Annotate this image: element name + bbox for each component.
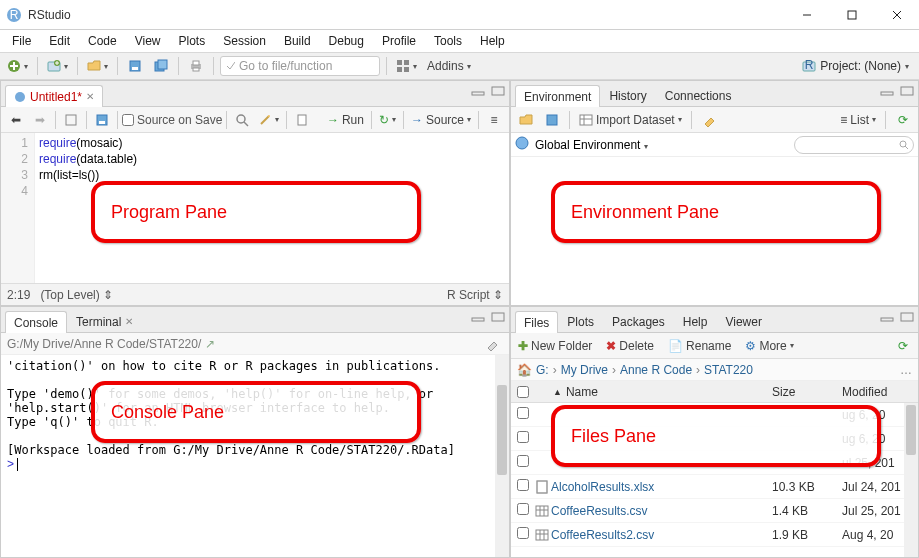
file-checkbox[interactable] — [517, 527, 529, 539]
tab-packages[interactable]: Packages — [603, 310, 674, 332]
select-all-checkbox[interactable] — [517, 386, 529, 398]
breadcrumb-seg[interactable]: STAT220 — [704, 363, 753, 377]
file-icon — [533, 528, 551, 542]
console-scrollbar[interactable] — [495, 355, 509, 557]
file-checkbox[interactable] — [517, 479, 529, 491]
tab-files[interactable]: Files — [515, 311, 558, 333]
file-checkbox[interactable] — [517, 455, 529, 467]
source-on-save-checkbox[interactable]: Source on Save — [122, 113, 222, 127]
source-tab-untitled1[interactable]: Untitled1* ✕ — [5, 85, 103, 107]
pane-minimize-icon[interactable] — [471, 311, 485, 325]
language-indicator[interactable]: R Script — [447, 288, 490, 302]
back-icon[interactable]: ⬅ — [5, 109, 27, 131]
addins-button[interactable]: Addins ▾ — [424, 55, 474, 77]
grid-button[interactable]: ▾ — [393, 55, 420, 77]
env-scope-select[interactable]: Global Environment ▾ — [535, 138, 648, 152]
pane-minimize-icon[interactable] — [880, 85, 894, 99]
minimize-button[interactable] — [784, 0, 829, 30]
rerun-icon[interactable]: ↻▾ — [376, 109, 399, 131]
menu-code[interactable]: Code — [80, 32, 125, 50]
file-name[interactable]: AlcoholResults.xlsx — [551, 480, 772, 494]
new-folder-button[interactable]: ✚New Folder — [515, 335, 595, 357]
save-all-button[interactable] — [150, 55, 172, 77]
breadcrumb-seg[interactable]: G: — [536, 363, 549, 377]
show-in-new-window-icon[interactable] — [60, 109, 82, 131]
maximize-button[interactable] — [829, 0, 874, 30]
save-icon[interactable] — [91, 109, 113, 131]
menu-session[interactable]: Session — [215, 32, 274, 50]
import-dataset-button[interactable]: Import Dataset ▾ — [576, 109, 685, 131]
pane-maximize-icon[interactable] — [900, 311, 914, 325]
breadcrumb-seg[interactable]: My Drive — [561, 363, 608, 377]
files-scrollbar[interactable] — [904, 403, 918, 557]
save-workspace-icon[interactable] — [541, 109, 563, 131]
menu-view[interactable]: View — [127, 32, 169, 50]
breadcrumb-more-icon[interactable]: … — [900, 363, 912, 377]
clear-workspace-icon[interactable] — [698, 109, 720, 131]
rename-button[interactable]: 📄Rename — [665, 335, 734, 357]
menu-tools[interactable]: Tools — [426, 32, 470, 50]
tab-help[interactable]: Help — [674, 310, 717, 332]
compile-report-icon[interactable] — [291, 109, 313, 131]
home-icon[interactable]: 🏠 — [517, 363, 532, 377]
close-button[interactable] — [874, 0, 919, 30]
console-pane: Console Terminal✕ G:/My Drive/Anne R Cod… — [0, 306, 510, 558]
tab-history[interactable]: History — [600, 84, 655, 106]
run-button[interactable]: →Run — [324, 109, 367, 131]
more-button[interactable]: ⚙More ▾ — [742, 335, 796, 357]
goto-file-input[interactable]: Go to file/function — [220, 56, 380, 76]
col-name[interactable]: ▲Name — [529, 385, 772, 399]
delete-button[interactable]: ✖Delete — [603, 335, 657, 357]
wand-icon[interactable]: ▾ — [255, 109, 282, 131]
tab-connections[interactable]: Connections — [656, 84, 741, 106]
tab-close-icon[interactable]: ✕ — [86, 91, 94, 102]
tab-environment[interactable]: Environment — [515, 85, 600, 107]
pane-minimize-icon[interactable] — [471, 85, 485, 99]
menu-help[interactable]: Help — [472, 32, 513, 50]
col-modified[interactable]: Modified — [842, 385, 912, 399]
tab-close-icon[interactable]: ✕ — [125, 316, 133, 327]
breadcrumb-seg[interactable]: Anne R Code — [620, 363, 692, 377]
menu-plots[interactable]: Plots — [171, 32, 214, 50]
open-file-button[interactable]: ▾ — [84, 55, 111, 77]
tab-viewer[interactable]: Viewer — [716, 310, 770, 332]
source-button[interactable]: →Source ▾ — [408, 109, 474, 131]
refresh-icon[interactable]: ⟳ — [892, 109, 914, 131]
tab-plots[interactable]: Plots — [558, 310, 603, 332]
print-button[interactable] — [185, 55, 207, 77]
clear-console-icon[interactable] — [481, 333, 503, 355]
menu-file[interactable]: File — [4, 32, 39, 50]
find-icon[interactable] — [231, 109, 253, 131]
save-button[interactable] — [124, 55, 146, 77]
refresh-icon[interactable]: ⟳ — [892, 335, 914, 357]
file-checkbox[interactable] — [517, 407, 529, 419]
new-file-button[interactable]: ▾ — [4, 55, 31, 77]
env-search-input[interactable] — [794, 136, 914, 154]
list-view-button[interactable]: ≡ List ▾ — [837, 109, 879, 131]
pane-maximize-icon[interactable] — [491, 311, 505, 325]
file-row[interactable]: CoffeeResults.csv1.4 KBJul 25, 201 — [511, 499, 918, 523]
console-path-arrow-icon[interactable]: ↗ — [205, 337, 215, 351]
load-workspace-icon[interactable] — [515, 109, 537, 131]
file-name[interactable]: CoffeeResults.csv — [551, 504, 772, 518]
menu-debug[interactable]: Debug — [321, 32, 372, 50]
tab-terminal[interactable]: Terminal✕ — [67, 310, 142, 332]
project-menu[interactable]: RProject: (None) ▾ — [796, 59, 915, 73]
file-checkbox[interactable] — [517, 431, 529, 443]
file-checkbox[interactable] — [517, 503, 529, 515]
pane-maximize-icon[interactable] — [491, 85, 505, 99]
new-project-button[interactable]: ▾ — [44, 55, 71, 77]
scope-indicator[interactable]: (Top Level) — [40, 288, 99, 302]
col-size[interactable]: Size — [772, 385, 842, 399]
file-row[interactable]: AlcoholResults.xlsx10.3 KBJul 24, 201 — [511, 475, 918, 499]
pane-maximize-icon[interactable] — [900, 85, 914, 99]
menu-build[interactable]: Build — [276, 32, 319, 50]
pane-minimize-icon[interactable] — [880, 311, 894, 325]
file-row[interactable]: CoffeeResults2.csv1.9 KBAug 4, 20 — [511, 523, 918, 547]
tab-console[interactable]: Console — [5, 311, 67, 333]
file-name[interactable]: CoffeeResults2.csv — [551, 528, 772, 542]
outline-icon[interactable]: ≡ — [483, 109, 505, 131]
menu-edit[interactable]: Edit — [41, 32, 78, 50]
menu-profile[interactable]: Profile — [374, 32, 424, 50]
forward-icon[interactable]: ➡ — [29, 109, 51, 131]
